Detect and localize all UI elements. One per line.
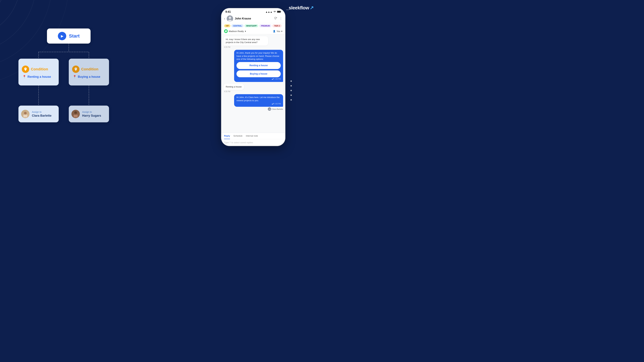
svg-rect-16	[23, 115, 27, 117]
tag-tier2: TIER 2	[272, 24, 282, 27]
status-time: 9:41	[226, 10, 231, 13]
status-icons: ▲▲▲	[265, 10, 281, 13]
message-bubble-2: Hi John, thank you for your inquiry! We …	[234, 50, 283, 82]
message-time-2: 4:35 PM	[236, 78, 281, 80]
assign-avatar-harry	[72, 110, 80, 118]
messages-area[interactable]: Hi, may I know if there are any new proj…	[221, 34, 285, 133]
condition-header-buy: Condition	[72, 65, 98, 73]
assign-info-clara: Assign to Clara Barlette	[32, 111, 52, 117]
assignee-dropdown-icon[interactable]: ▾	[281, 30, 282, 32]
reply-tabs: Reply Schedule Internal note	[221, 133, 285, 139]
logo-arrow: ↗	[310, 5, 314, 10]
dot-5	[290, 99, 292, 100]
condition-subtitle-buy: 📍 Buying a house	[72, 75, 100, 79]
assign-bar-channel: Madison Realty ▾	[224, 29, 272, 33]
chat-header: ‹ John Krause ⋮	[221, 14, 285, 23]
assign-node-clara: Assign to Clara Barlette	[18, 106, 59, 122]
assign-name-clara: Clara Barlette	[32, 114, 52, 117]
phone-mockup: 9:41 ▲▲▲	[221, 8, 285, 146]
assign-label-harry: Assign to	[82, 111, 101, 113]
option-renting[interactable]: Renting a house	[236, 62, 281, 69]
pin-icon-buy: 📍	[73, 75, 76, 79]
reply-input-placeholder[interactable]: Type '/' to select saved replies	[221, 139, 285, 146]
message-time-3: 4:35 PM	[224, 91, 244, 92]
flow-diagram: ▶ Start Condition 📍 Renting a house	[14, 20, 134, 137]
message-time-1: 4:35 PM	[224, 46, 268, 48]
message-bubble-3: Renting a house	[224, 84, 244, 90]
message-sent-2: Hi John, thank you for your inquiry! We …	[234, 50, 283, 82]
reply-bar: Reply Schedule Internal note Type '/' to…	[221, 133, 285, 146]
svg-rect-21	[281, 11, 281, 12]
svg-point-24	[229, 16, 231, 19]
tag-central: CENTRAL	[232, 24, 244, 27]
condition-title-buy: Condition	[81, 67, 98, 71]
assign-bar: Madison Realty ▾ 👤 You ▾	[221, 28, 285, 34]
option-buying[interactable]: Buying a house	[236, 70, 281, 77]
decorative-dots	[290, 80, 292, 100]
wifi-icon	[273, 10, 276, 13]
dot-3	[290, 90, 292, 91]
pin-icon-rent: 📍	[22, 75, 26, 79]
condition-icon-rent	[22, 65, 29, 73]
condition-icon-buy	[72, 65, 80, 73]
tag-vip: VIP	[224, 24, 230, 27]
header-actions: ⋮	[274, 16, 282, 21]
message-received-3: Renting a house 4:35 PM	[224, 84, 244, 92]
message-sent-4: Hi John, it's Clara here. Let me introdu…	[234, 94, 283, 111]
start-label: Start	[69, 33, 80, 39]
assignee-label: You	[276, 30, 280, 32]
assign-name-harry: Harry Sugars	[82, 114, 101, 117]
assign-node-harry: Assign to Harry Sugars	[69, 106, 109, 122]
condition-node-buy: Condition 📍 Buying a house	[69, 59, 109, 85]
sender-name-clara: CB Clara Barlette	[234, 107, 283, 111]
dot-4	[290, 94, 292, 96]
assign-bar-assignee: 👤 You ▾	[273, 30, 282, 32]
condition-header-rent: Condition	[22, 65, 48, 73]
condition-title-rent: Condition	[31, 67, 48, 71]
phone-frame: 9:41 ▲▲▲	[221, 8, 285, 146]
sender-avatar: CB	[268, 107, 271, 111]
battery-icon	[277, 10, 281, 13]
contact-name: John Krause	[235, 17, 272, 20]
tab-schedule[interactable]: Schedule	[233, 133, 242, 139]
message-bubble-4: Hi John, it's Clara here. Let me introdu…	[234, 94, 283, 107]
dot-2	[290, 85, 292, 86]
condition-subtitle-rent: 📍 Renting a house	[22, 75, 51, 79]
tags-row: VIP CENTRAL WHATSAPP PREMIUM TIER 2	[221, 23, 285, 28]
signal-icon: ▲▲▲	[265, 10, 272, 13]
contact-avatar	[227, 15, 233, 22]
svg-point-14	[24, 112, 27, 114]
svg-rect-19	[74, 115, 78, 117]
assign-info-harry: Assign to Harry Sugars	[82, 111, 101, 117]
whatsapp-channel-icon	[224, 29, 228, 33]
condition-node-rent: Condition 📍 Renting a house	[18, 59, 59, 85]
person-icon: 👤	[273, 30, 276, 32]
svg-point-1	[0, 0, 5, 22]
message-received-1: Hi, may I know if there are any new proj…	[224, 36, 268, 48]
more-icon[interactable]: ⋮	[280, 16, 282, 21]
message-time-4: 4:35 PM	[236, 103, 281, 105]
svg-point-26	[274, 17, 276, 19]
assign-label-clara: Assign to	[32, 111, 52, 113]
dot-1	[290, 80, 292, 82]
logo-text: _sleekflow	[286, 5, 309, 10]
add-contact-icon[interactable]	[274, 16, 278, 21]
logo: _sleekflow ↗	[286, 5, 314, 10]
channel-dropdown-icon[interactable]: ▾	[245, 30, 246, 32]
tab-reply[interactable]: Reply	[224, 133, 230, 139]
tag-premium: PREMIUM	[259, 24, 271, 27]
assign-avatar-clara	[21, 110, 30, 118]
tab-internal-note[interactable]: Internal note	[246, 133, 258, 139]
start-icon: ▶	[58, 32, 66, 40]
start-node: ▶ Start	[47, 28, 90, 43]
tag-whatsapp: WHATSAPP	[244, 24, 258, 27]
message-bubble-1: Hi, may I know if there are any new proj…	[224, 36, 268, 45]
status-bar: 9:41 ▲▲▲	[221, 8, 285, 14]
channel-label: Madison Realty	[229, 30, 244, 32]
back-button[interactable]: ‹	[224, 17, 225, 20]
svg-rect-22	[278, 11, 280, 12]
